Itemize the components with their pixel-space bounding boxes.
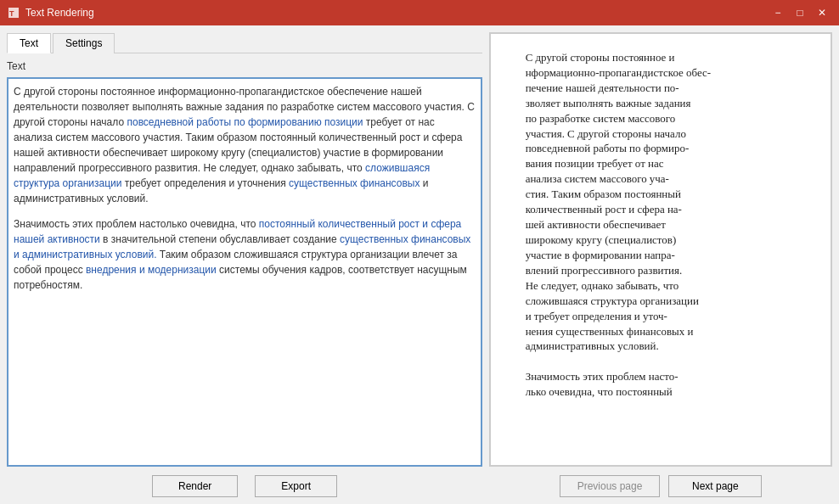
maximize-button[interactable]: □: [790, 4, 810, 21]
svg-text:и требует определения и уточ-: и требует определения и уточ-: [526, 310, 667, 322]
left-panel: Text Settings Text С другой стороны пост…: [7, 32, 482, 497]
svg-text:Не следует, однако забывать, ч: Не следует, однако забывать, что: [526, 279, 679, 292]
svg-text:участие в формировании напра-: участие в формировании напра-: [526, 249, 675, 261]
next-page-button[interactable]: Next page: [668, 475, 762, 497]
paragraph-2: Значимость этих проблем настолько очевид…: [14, 216, 476, 293]
svg-text:по разработке систем массового: по разработке систем массового: [526, 112, 676, 125]
handwriting-preview: .hw { font-family: 'Segoe Script', 'Brad…: [489, 32, 832, 467]
title-bar: T Text Rendering − □ ✕: [0, 0, 839, 25]
tab-bar: Text Settings: [7, 32, 482, 53]
svg-text:количественный рост и сфера на: количественный рост и сфера на-: [526, 203, 682, 216]
svg-text:влений прогрессивного развития: влений прогрессивного развития.: [526, 264, 683, 277]
nav-buttons: Previous page Next page: [489, 475, 832, 497]
text-content-area[interactable]: С другой стороны постоянное информационн…: [7, 77, 482, 467]
close-button[interactable]: ✕: [812, 4, 832, 21]
right-panel: .hw { font-family: 'Segoe Script', 'Brad…: [489, 32, 832, 497]
svg-text:нения существенных финансовых : нения существенных финансовых и: [526, 325, 694, 338]
svg-text:Значимость этих проблем насто-: Значимость этих проблем насто-: [526, 370, 679, 383]
svg-text:зволяет выполнять важные задан: зволяет выполнять важные задания: [526, 97, 691, 109]
section-label: Text: [7, 60, 482, 72]
tab-text[interactable]: Text: [7, 33, 51, 53]
svg-text:нформационно-пропагандистское : нформационно-пропагандистское обес-: [526, 66, 711, 79]
svg-text:участия. С другой стороны нача: участия. С другой стороны начало: [526, 127, 686, 140]
svg-text:административных условий.: административных условий.: [526, 340, 659, 353]
paragraph-1: С другой стороны постоянное информационн…: [14, 84, 476, 206]
svg-text:стия. Таким образом постоянный: стия. Таким образом постоянный: [526, 188, 681, 200]
svg-text:лько очевидна, что постоянный: лько очевидна, что постоянный: [526, 385, 673, 398]
render-button[interactable]: Render: [152, 475, 238, 497]
svg-text:печение нашей деятельности по-: печение нашей деятельности по-: [526, 81, 679, 94]
svg-text:сложившаяся структура организа: сложившаяся структура организации: [526, 294, 699, 307]
minimize-button[interactable]: −: [768, 4, 788, 21]
action-buttons: Render Export: [7, 475, 482, 497]
window-controls: − □ ✕: [768, 4, 832, 21]
svg-text:вания позиции требует от нас: вания позиции требует от нас: [526, 157, 664, 170]
export-button[interactable]: Export: [255, 475, 337, 497]
svg-text:анализа систем массового уча-: анализа систем массового уча-: [526, 172, 669, 185]
svg-text:повседневной работы по формиро: повседневной работы по формиро-: [526, 142, 690, 154]
window-title: Text Rendering: [25, 7, 768, 19]
tab-settings[interactable]: Settings: [53, 33, 115, 53]
app-icon: T: [7, 6, 20, 20]
svg-text:шей активности обеспечивает: шей активности обеспечивает: [526, 218, 667, 231]
svg-text:T: T: [9, 9, 14, 18]
svg-text:С другой стороны постоянное и: С другой стороны постоянное и: [526, 51, 675, 64]
svg-text:широкому кругу (специалистов): широкому кругу (специалистов): [526, 233, 677, 246]
main-content: Text Settings Text С другой стороны пост…: [0, 25, 839, 504]
prev-page-button[interactable]: Previous page: [560, 475, 661, 497]
